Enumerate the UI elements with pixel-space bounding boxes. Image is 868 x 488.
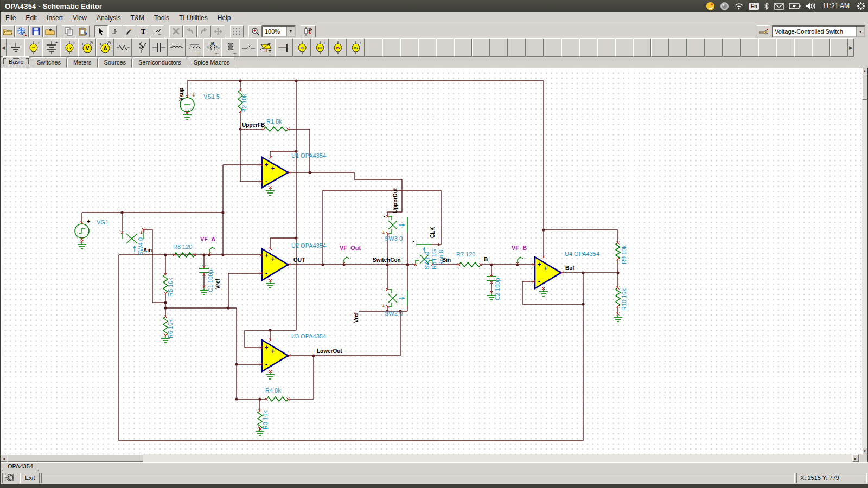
scroll-up-button[interactable]: ▲ xyxy=(862,68,867,74)
menu-tools[interactable]: Tools xyxy=(149,12,174,23)
doc-tab-opa4354[interactable]: OPA4354 xyxy=(2,463,39,471)
component-voltage-generator[interactable]: + xyxy=(60,38,78,57)
battery-icon[interactable] xyxy=(789,3,801,9)
tab-semiconductors[interactable]: Semiconductors xyxy=(132,57,187,68)
text-tool-button[interactable]: T xyxy=(137,25,150,37)
zoom-tool-button[interactable] xyxy=(248,25,262,37)
component-resistor[interactable] xyxy=(114,38,132,57)
hscroll-thumb[interactable] xyxy=(8,454,143,462)
vscroll-thumb[interactable] xyxy=(862,75,867,100)
exit-button[interactable]: Exit xyxy=(20,473,40,483)
switch-SW2[interactable]: -+ xyxy=(382,286,407,309)
component-capacitor[interactable] xyxy=(150,38,168,57)
wifi-icon[interactable] xyxy=(734,2,744,10)
opamp-U1[interactable]: ++- xyxy=(260,156,291,189)
component-coupled-inductors[interactable]: ML₁L₂... xyxy=(203,38,221,57)
resistor-R4[interactable] xyxy=(265,397,290,401)
settings-gear-icon[interactable] xyxy=(857,2,865,10)
component-source-is1[interactable]: IS xyxy=(329,38,347,57)
opamp-U2[interactable]: ++- xyxy=(260,248,291,282)
ground-symbol[interactable] xyxy=(266,187,275,196)
pencil-button[interactable] xyxy=(123,25,136,37)
chevron-down-icon[interactable]: ▼ xyxy=(856,27,864,36)
component-voltmeter[interactable]: V+ xyxy=(78,38,96,57)
speaker-icon[interactable] xyxy=(806,2,815,10)
messenger-icon[interactable] xyxy=(706,2,715,11)
menu-ti-utilities[interactable]: TI Utilities xyxy=(174,12,213,23)
tab-switches[interactable]: Switches xyxy=(31,57,67,68)
export-button[interactable] xyxy=(43,25,57,37)
undo-button[interactable] xyxy=(183,25,197,37)
schematic-canvas[interactable]: ++++-++-++-++--+-+-+-+VsupUpperFBAinVref… xyxy=(1,68,863,454)
svg-text:...: ... xyxy=(215,50,219,54)
component-source-is2[interactable]: IS+ xyxy=(347,38,365,57)
component-inductor-core[interactable]: ... xyxy=(186,38,203,57)
ground-symbol[interactable] xyxy=(266,370,275,380)
menu-t-m[interactable]: T&M xyxy=(126,12,149,23)
menu-view[interactable]: View xyxy=(68,12,92,23)
paste-button[interactable] xyxy=(76,25,90,37)
save-button[interactable] xyxy=(29,25,43,37)
resistor-R7[interactable] xyxy=(458,262,482,267)
horizontal-scrollbar[interactable]: ◀ ▶ xyxy=(1,454,860,462)
open-file-button[interactable] xyxy=(1,25,15,37)
resistor-R10[interactable] xyxy=(616,287,620,308)
ground-symbol[interactable] xyxy=(78,240,86,249)
menu-file[interactable]: File xyxy=(1,12,21,23)
ground-symbol[interactable] xyxy=(614,313,622,322)
cut-button[interactable] xyxy=(169,25,183,37)
meter-1k-button[interactable]: 1K xyxy=(301,25,316,37)
component-mode-button[interactable] xyxy=(757,25,770,37)
component-ammeter[interactable]: A+ xyxy=(96,38,114,57)
tab-meters[interactable]: Meters xyxy=(67,57,98,68)
menu-edit[interactable]: Edit xyxy=(21,12,42,23)
scroll-left-button[interactable]: ◀ xyxy=(1,454,7,462)
lang-en-badge[interactable]: En xyxy=(749,3,759,10)
select-cursor-button[interactable] xyxy=(94,25,108,37)
component-mode-dropdown[interactable]: Voltage-Controlled Switch ▼ xyxy=(772,25,865,37)
component-ground[interactable] xyxy=(7,38,24,57)
wire-tool-button[interactable] xyxy=(151,25,164,37)
component-potentiometer[interactable] xyxy=(132,38,150,57)
opamp-U4[interactable]: ++- xyxy=(533,256,564,290)
component-battery[interactable]: + xyxy=(42,38,60,57)
menu-help[interactable]: Help xyxy=(213,12,236,23)
component-inductor[interactable] xyxy=(168,38,186,57)
resistor-R1[interactable] xyxy=(263,127,290,131)
ground-symbol[interactable] xyxy=(266,279,275,288)
tab-sources[interactable]: Sources xyxy=(98,57,132,68)
scroll-right-button[interactable]: ▶ xyxy=(852,454,859,462)
component-switch[interactable] xyxy=(239,38,257,57)
component-label-R7: R7 120 xyxy=(456,251,475,258)
zoom-level-dropdown[interactable]: 100%▼ xyxy=(262,25,296,37)
tab-spice-macros[interactable]: Spice Macros xyxy=(188,57,236,68)
switch-SW3[interactable]: -+ xyxy=(382,213,407,236)
component-jumper[interactable] xyxy=(275,38,293,57)
tab-basic[interactable]: Basic xyxy=(2,56,30,68)
opamp-U3[interactable]: ++- xyxy=(260,339,291,373)
component-source-ic2[interactable]: IC+ xyxy=(311,38,329,57)
resistor-R3[interactable] xyxy=(258,410,262,431)
component-source-ic1[interactable]: IC xyxy=(293,38,311,57)
mail-icon[interactable] xyxy=(774,3,784,10)
menu-analysis[interactable]: Analysis xyxy=(92,12,126,23)
title-bar[interactable]: OPA4354 - Schematic Editor En11:21 AM xyxy=(1,0,868,12)
grid-button[interactable] xyxy=(230,25,244,37)
bluetooth-icon[interactable] xyxy=(764,2,769,10)
palette-scroll-left[interactable]: ◀ xyxy=(1,38,7,57)
scroll-down-button[interactable]: ▼ xyxy=(862,448,867,454)
copy-button[interactable] xyxy=(62,25,75,37)
redo-button[interactable] xyxy=(197,25,211,37)
component-voltage-controlled-switch[interactable]: T xyxy=(257,38,275,57)
open-web-button[interactable] xyxy=(15,25,29,37)
vertical-scrollbar[interactable]: ▲ ▼ xyxy=(862,68,867,454)
resistor-R9[interactable] xyxy=(616,242,620,261)
component-transformer[interactable]: ... xyxy=(221,38,239,57)
volume-orb-icon[interactable] xyxy=(720,2,729,11)
palette-scroll-right[interactable]: ▶ xyxy=(848,38,854,57)
menu-insert[interactable]: Insert xyxy=(42,12,68,23)
source-VG1[interactable]: + xyxy=(75,218,90,241)
component-voltage-source[interactable]: + xyxy=(24,38,42,57)
last-component-button[interactable] xyxy=(108,25,122,37)
move-button[interactable] xyxy=(212,25,225,37)
